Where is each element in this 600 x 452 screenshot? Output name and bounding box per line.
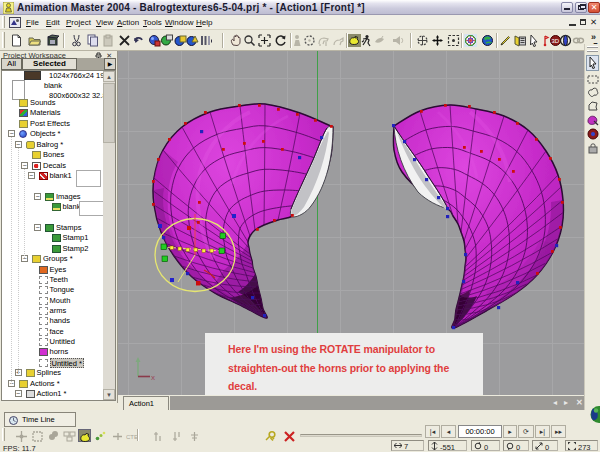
svg-text:x: x: [151, 373, 155, 382]
